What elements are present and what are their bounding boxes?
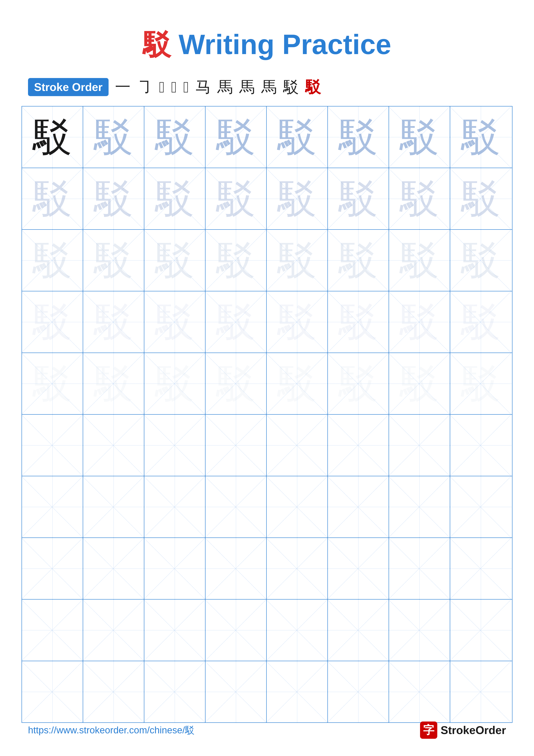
grid-cell[interactable]	[144, 661, 206, 722]
stroke-order-row: Stroke Order 一 ㇆ 𠃍 𠃎 𠃑 马 馬 馬 馬 駁 駁	[0, 77, 534, 97]
grid-cell[interactable]: 駁	[83, 106, 144, 168]
grid-cell[interactable]: 駁	[144, 291, 206, 353]
grid-row-4: 駁 駁 駁 駁 駁 駁 駁	[22, 291, 512, 353]
stroke-step-1: 一	[115, 77, 131, 97]
grid-cell[interactable]: 駁	[83, 168, 144, 229]
grid-row-9	[22, 600, 512, 661]
grid-cell[interactable]: 駁	[206, 168, 267, 229]
grid-cell[interactable]	[267, 415, 328, 476]
grid-cell[interactable]	[206, 415, 267, 476]
grid-cell[interactable]: 駁	[206, 291, 267, 353]
grid-cell[interactable]	[328, 538, 389, 599]
grid-cell[interactable]	[206, 661, 267, 722]
grid-cell[interactable]: 駁	[450, 230, 511, 291]
title-chinese-char: 駁	[143, 29, 171, 60]
grid-cell[interactable]	[328, 476, 389, 537]
grid-cell[interactable]: 駁	[328, 230, 389, 291]
page-title: 駁 Writing Practice	[0, 26, 534, 64]
stroke-order-badge: Stroke Order	[28, 78, 109, 96]
grid-cell[interactable]: 駁	[328, 106, 389, 168]
grid-cell[interactable]: 駁	[450, 291, 511, 353]
grid-cell[interactable]	[83, 661, 144, 722]
grid-cell[interactable]	[389, 600, 450, 661]
grid-cell[interactable]: 駁	[389, 168, 450, 229]
stroke-step-8: 馬	[239, 77, 255, 97]
grid-cell[interactable]	[83, 538, 144, 599]
grid-cell[interactable]: 駁	[22, 230, 83, 291]
title-area: 駁 Writing Practice	[0, 0, 534, 64]
grid-cell[interactable]	[83, 600, 144, 661]
grid-cell[interactable]: 駁	[389, 353, 450, 414]
grid-cell[interactable]: 駁	[450, 168, 511, 229]
grid-cell[interactable]: 駁	[144, 353, 206, 414]
grid-cell[interactable]: 駁	[267, 106, 328, 168]
grid-cell[interactable]: 駁	[267, 168, 328, 229]
grid-cell[interactable]	[450, 600, 511, 661]
grid-cell[interactable]: 駁	[450, 106, 511, 168]
grid-cell[interactable]	[22, 600, 83, 661]
grid-cell[interactable]	[450, 415, 511, 476]
grid-cell[interactable]: 駁	[22, 353, 83, 414]
grid-row-5: 駁 駁 駁 駁 駁 駁 駁	[22, 353, 512, 415]
stroke-step-3: 𠃍	[159, 78, 165, 96]
grid-row-10	[22, 661, 512, 722]
grid-cell[interactable]	[83, 476, 144, 537]
grid-cell[interactable]	[450, 476, 511, 537]
strokeorder-logo-icon: 字	[420, 721, 437, 739]
grid-cell[interactable]	[328, 661, 389, 722]
grid-cell[interactable]	[206, 476, 267, 537]
grid-cell[interactable]	[450, 538, 511, 599]
grid-cell[interactable]	[144, 538, 206, 599]
grid-cell[interactable]	[206, 538, 267, 599]
grid-cell[interactable]: 駁	[206, 106, 267, 168]
grid-cell[interactable]	[389, 476, 450, 537]
grid-cell[interactable]: 駁	[389, 106, 450, 168]
grid-row-8	[22, 538, 512, 600]
grid-cell[interactable]: 駁	[267, 230, 328, 291]
grid-cell[interactable]: 駁	[389, 230, 450, 291]
grid-cell[interactable]	[144, 600, 206, 661]
footer-url[interactable]: https://www.strokeorder.com/chinese/駁	[28, 724, 194, 737]
grid-cell[interactable]: 駁	[206, 353, 267, 414]
grid-cell[interactable]	[389, 661, 450, 722]
grid-cell[interactable]	[328, 415, 389, 476]
grid-cell[interactable]: 駁	[83, 291, 144, 353]
grid-cell[interactable]: 駁	[328, 168, 389, 229]
grid-cell[interactable]: 駁	[267, 291, 328, 353]
grid-cell[interactable]: 駁	[450, 353, 511, 414]
grid-cell[interactable]: 駁	[83, 353, 144, 414]
grid-cell[interactable]	[144, 415, 206, 476]
grid-cell[interactable]: 駁	[144, 106, 206, 168]
grid-cell[interactable]: 駁	[267, 353, 328, 414]
grid-cell[interactable]: 駁	[83, 230, 144, 291]
grid-cell[interactable]	[83, 415, 144, 476]
stroke-step-11: 駁	[305, 77, 321, 97]
grid-cell[interactable]	[389, 415, 450, 476]
stroke-step-9: 馬	[261, 77, 277, 97]
grid-cell[interactable]	[267, 538, 328, 599]
grid-row-6	[22, 415, 512, 476]
grid-cell[interactable]: 駁	[144, 230, 206, 291]
grid-cell[interactable]: 駁	[206, 230, 267, 291]
grid-cell[interactable]: 駁	[22, 291, 83, 353]
title-english: Writing Practice	[179, 29, 391, 60]
grid-cell[interactable]	[22, 415, 83, 476]
grid-cell[interactable]: 駁	[144, 168, 206, 229]
grid-cell[interactable]	[22, 661, 83, 722]
grid-cell[interactable]	[389, 538, 450, 599]
grid-cell[interactable]	[144, 476, 206, 537]
grid-cell[interactable]	[22, 538, 83, 599]
grid-cell[interactable]	[267, 476, 328, 537]
stroke-step-2: ㇆	[137, 77, 153, 97]
grid-cell[interactable]	[206, 600, 267, 661]
grid-cell[interactable]	[450, 661, 511, 722]
grid-cell[interactable]: 駁	[22, 168, 83, 229]
grid-cell[interactable]	[328, 600, 389, 661]
grid-cell[interactable]: 駁	[328, 353, 389, 414]
grid-cell[interactable]	[22, 476, 83, 537]
grid-cell[interactable]: 駁	[389, 291, 450, 353]
grid-cell[interactable]	[267, 661, 328, 722]
grid-cell[interactable]: 駁	[22, 106, 83, 168]
grid-cell[interactable]	[267, 600, 328, 661]
grid-cell[interactable]: 駁	[328, 291, 389, 353]
